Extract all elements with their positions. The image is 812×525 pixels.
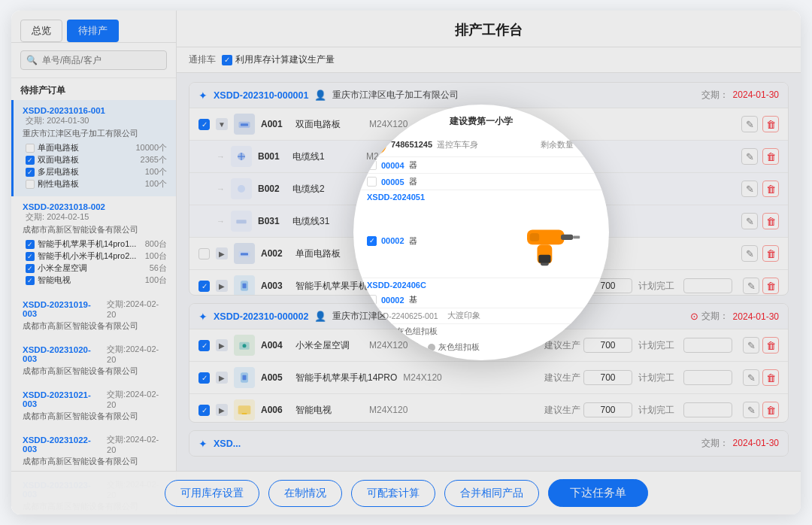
product-checkbox[interactable] [26, 144, 35, 153]
order-date: 交期:2024-02-20 [107, 299, 167, 319]
product-checkbox[interactable] [26, 180, 35, 189]
svg-rect-1 [241, 123, 248, 126]
plan-qty-input[interactable] [683, 278, 732, 293]
wip-status-button[interactable]: 在制情况 [268, 480, 342, 507]
row-checkbox[interactable]: ✓ [198, 119, 210, 130]
svg-rect-10 [243, 284, 247, 289]
edit-button[interactable]: ✎ [741, 148, 758, 165]
product-checkbox[interactable]: ✓ [26, 264, 35, 273]
product-name: 单面电路板 [38, 142, 79, 153]
available-stock-button[interactable]: 可用库存设置 [177, 480, 259, 507]
row-spec: M24X12255566660 [403, 281, 482, 291]
row-code: A004 [261, 340, 289, 351]
product-qty: 100台 [145, 275, 167, 286]
order-company: 成都市高新区智能设备有限公司 [23, 456, 167, 467]
expand-button[interactable]: ▶ [216, 404, 228, 416]
product-qty: 56台 [150, 262, 167, 274]
edit-button[interactable]: ✎ [741, 116, 758, 132]
suggest-qty-input[interactable] [583, 278, 632, 293]
row-checkbox[interactable]: ✓ [198, 405, 210, 416]
expand-button[interactable]: ▶ [216, 247, 228, 259]
suggest-qty-input[interactable] [583, 402, 632, 417]
row-spec: M24X1200002 [366, 184, 434, 194]
edit-button[interactable]: ✎ [741, 181, 758, 197]
svg-rect-15 [238, 405, 251, 414]
row-name: 电缆线31 [292, 215, 360, 228]
edit-button[interactable]: ✎ [743, 278, 759, 294]
expand-button[interactable]: ▶ [216, 280, 228, 292]
expand-button[interactable]: ▶ [216, 372, 228, 384]
order-card-header: ✦ XSD... 交期： 2024-01-30 [189, 431, 788, 457]
order-id: XSDD-20231020-003 [23, 345, 104, 363]
svg-point-12 [243, 344, 247, 347]
row-spec: M24X120 [369, 340, 437, 351]
search-icon: 🔍 [26, 55, 38, 65]
row-name: 智能手机苹果手机14PRO [295, 372, 397, 384]
product-checkbox[interactable]: ✓ [26, 168, 35, 177]
delete-button[interactable]: 🗑 [762, 181, 779, 197]
suggest-checkbox[interactable]: ✓ [222, 55, 232, 65]
issue-task-button[interactable]: 下达任务单 [548, 479, 648, 507]
kit-calc-button[interactable]: 可配套计算 [351, 480, 435, 507]
arrow-icon: → [217, 152, 225, 161]
expand-button[interactable]: ▶ [216, 339, 228, 351]
sidebar-order-item[interactable]: XSDD-20231021-003 交期:2024-02-20 成都市高新区智能… [11, 383, 176, 428]
row-checkbox[interactable]: ✓ [198, 372, 210, 384]
product-thumbnail [231, 178, 252, 199]
product-checkbox[interactable]: ✓ [26, 252, 35, 261]
edit-button[interactable]: ✎ [743, 402, 759, 418]
svg-rect-16 [242, 413, 247, 414]
suggest-qty-input[interactable] [583, 370, 632, 385]
plan-qty-input[interactable] [683, 370, 732, 385]
product-checkbox[interactable]: ✓ [26, 276, 35, 285]
row-checkbox[interactable]: ✓ [198, 340, 210, 351]
plan-qty-input[interactable] [683, 338, 732, 353]
plan-qty-input[interactable] [683, 402, 732, 417]
row-code: A003 [261, 281, 289, 291]
row-spec: M24X1200001 [366, 151, 434, 162]
suggest-qty-input[interactable] [583, 338, 632, 353]
tab-overview[interactable]: 总览 [20, 20, 62, 42]
delete-button[interactable]: 🗑 [762, 402, 779, 418]
delete-button[interactable]: 🗑 [762, 337, 779, 354]
delete-button[interactable]: 🗑 [762, 148, 779, 165]
sidebar-order-item[interactable]: XSDD-20231016-001 交期: 2024-01-30 重庆市江津区电… [11, 100, 176, 196]
order-row: ✓ ▶ A003 智能手机苹果手机14PRO M24X12255566660 建… [189, 270, 788, 296]
delete-button[interactable]: 🗑 [762, 245, 779, 262]
delete-button[interactable]: 🗑 [762, 278, 779, 294]
sidebar-order-item[interactable]: XSDD-20231022-003 交期:2024-02-20 成都市高新区智能… [11, 428, 176, 473]
company-icon: 👤 [314, 311, 326, 322]
suggest-qty-area: 建议生产 [544, 370, 632, 385]
product-thumbnail [234, 275, 255, 296]
order-card-id: XSDD-202310-000002 [214, 311, 308, 322]
edit-button[interactable]: ✎ [741, 213, 758, 229]
page-title: 排产工作台 [192, 21, 786, 39]
row-checkbox[interactable]: ✓ [198, 281, 210, 292]
tab-pending[interactable]: 待排产 [67, 20, 119, 42]
product-checkbox[interactable]: ✓ [26, 156, 35, 165]
sidebar-order-item[interactable]: XSDD-20231020-003 交期:2024-02-20 成都市高新区智能… [11, 338, 176, 383]
product-checkbox[interactable]: ✓ [26, 240, 35, 249]
order-company: 成都市高新区智能设备有限公司 [23, 366, 167, 377]
row-checkbox[interactable] [198, 248, 210, 259]
main-body: ✦ XSDD-202310-000001 👤 重庆市江津区电子加工有限公司 交期… [177, 73, 801, 514]
search-input[interactable] [20, 50, 167, 70]
suggest-qty-area: 建议生产 [544, 338, 632, 353]
delete-button[interactable]: 🗑 [762, 116, 779, 132]
row-code: A002 [261, 248, 289, 259]
row-name: 单面电路板 [295, 247, 363, 260]
row-name: 智能手机苹果手机14PRO [295, 280, 397, 293]
sidebar-order-item[interactable]: XSDD-20231018-002 交期: 2024-02-15 成都市高新区智… [11, 196, 176, 293]
svg-rect-8 [241, 253, 248, 255]
product-name: 智能手机小米手机14pro2... [38, 250, 136, 262]
product-qty: 100个 [145, 166, 167, 178]
delete-button[interactable]: 🗑 [762, 369, 779, 386]
edit-button[interactable]: ✎ [743, 337, 759, 354]
expand-button[interactable]: ▼ [216, 118, 228, 130]
sidebar-order-item[interactable]: XSDD-20231019-003 交期:2024-02-20 成都市高新区智能… [11, 293, 176, 338]
edit-button[interactable]: ✎ [741, 245, 758, 262]
sidebar-orders-list: XSDD-20231016-001 交期: 2024-01-30 重庆市江津区电… [11, 100, 176, 514]
delete-button[interactable]: 🗑 [762, 213, 779, 229]
merge-products-button[interactable]: 合并相同产品 [444, 480, 539, 507]
edit-button[interactable]: ✎ [743, 369, 759, 386]
